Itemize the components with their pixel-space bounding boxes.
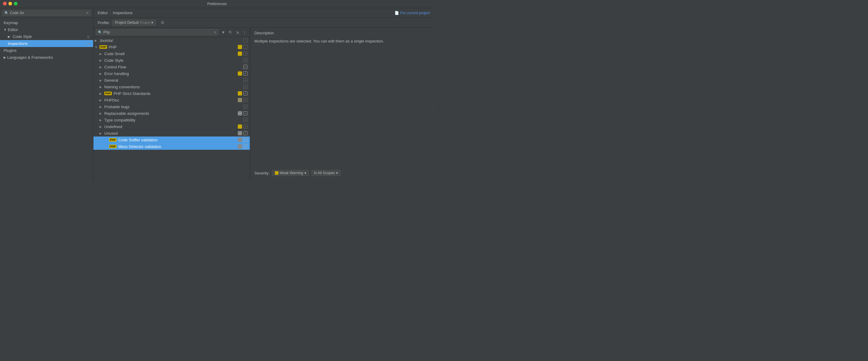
- checkbox-checked[interactable]: ✓: [243, 144, 247, 149]
- checkbox-checked[interactable]: ✓: [243, 91, 247, 96]
- checkbox-checked[interactable]: ✓: [243, 111, 247, 116]
- sidebar-item-editor[interactable]: ▼ Editor: [0, 26, 93, 33]
- sidebar-search-input[interactable]: [10, 11, 86, 15]
- profile-dropdown[interactable]: Project Default Project ▾: [112, 20, 156, 26]
- inspections-search-clear-icon[interactable]: ✕: [214, 30, 216, 34]
- gear-icon[interactable]: ⚙: [161, 20, 164, 25]
- breadcrumb-editor: Editor: [98, 10, 108, 15]
- checkbox-mixed[interactable]: −: [243, 118, 247, 122]
- panel-resize-handle[interactable]: · · ·: [431, 104, 434, 108]
- checkbox-checked[interactable]: ✓: [243, 65, 247, 69]
- severity-dropdown[interactable]: Weak Warning ▾: [272, 170, 309, 176]
- severity-color-box: [238, 52, 242, 56]
- tree-item[interactable]: ▶Code Style−: [93, 57, 250, 64]
- tree-item[interactable]: ▶Joomla!: [93, 37, 250, 44]
- tree-item[interactable]: ▶Probable bugs−: [93, 103, 250, 110]
- tree-item[interactable]: ▶PHPPHP Strict Standards✓: [93, 90, 250, 97]
- checkbox-mixed[interactable]: −: [243, 85, 247, 89]
- title-bar: Preferences: [0, 0, 434, 8]
- severity-bar: Severity: Weak Warning ▾ In All Scopes ▾: [254, 170, 341, 176]
- sidebar-item-plugins[interactable]: Plugins: [0, 47, 93, 54]
- checkbox-mixed[interactable]: −: [243, 105, 247, 109]
- profile-value: Project Default: [115, 21, 138, 25]
- search-icon: 🔍: [98, 30, 102, 34]
- sidebar-item-label: Languages & Frameworks: [7, 55, 53, 60]
- sidebar-item-label: Code Style: [13, 34, 32, 39]
- sidebar-item-label: Keymap: [4, 21, 18, 25]
- chevron-down-icon: ▾: [151, 21, 153, 25]
- checkbox-mixed[interactable]: −: [243, 52, 247, 56]
- severity-color-box: [275, 171, 278, 175]
- checkbox-checked[interactable]: ✓: [243, 138, 247, 142]
- sidebar-search-area: 🔍 ✕: [0, 8, 93, 18]
- profile-tag: Project: [140, 21, 150, 24]
- tree-item[interactable]: ▶Unused✓: [93, 130, 250, 136]
- filter-icon[interactable]: ▼: [220, 30, 226, 35]
- tree-item[interactable]: ▶Replaceable assignments✓: [93, 110, 250, 117]
- window-title: Preferences: [207, 2, 227, 6]
- minimize-button[interactable]: [8, 2, 12, 5]
- php-badge: PHP: [109, 138, 117, 142]
- scope-dropdown[interactable]: In All Scopes ▾: [311, 170, 341, 176]
- sidebar-search-box[interactable]: 🔍 ✕: [2, 10, 91, 16]
- tree-item[interactable]: ▶Code Smell−: [93, 50, 250, 57]
- item-label: Code Smell: [104, 52, 237, 56]
- php-badge: PHP: [109, 145, 117, 148]
- sidebar-item-inspections[interactable]: Inspections ⎘: [0, 40, 93, 47]
- checkbox-unchecked[interactable]: [243, 45, 247, 49]
- expand-arrow: ▶: [99, 125, 103, 128]
- expand-arrow: ▶: [99, 85, 103, 89]
- checkbox-mixed[interactable]: −: [243, 78, 247, 82]
- more-options-icon[interactable]: ⋮: [242, 30, 247, 35]
- tree-item[interactable]: ▶Type compatibility−: [93, 117, 250, 123]
- sidebar-item-label: Editor: [8, 27, 18, 32]
- tree-item[interactable]: PHPMess Detector validation✓: [93, 143, 250, 150]
- expand-arrow: ▶: [99, 92, 103, 95]
- maximize-button[interactable]: [14, 2, 18, 5]
- checkbox-mixed[interactable]: −: [243, 58, 247, 62]
- tree-item[interactable]: ▶Undefined−: [93, 123, 250, 130]
- sidebar-item-keymap[interactable]: Keymap: [0, 19, 93, 26]
- item-label: Error handling: [104, 71, 237, 76]
- inspections-search-input[interactable]: [103, 30, 214, 34]
- checkbox-checked[interactable]: ✓: [243, 71, 247, 76]
- checkbox-mixed[interactable]: −: [243, 125, 247, 129]
- copy-icon[interactable]: ⎘: [87, 42, 90, 45]
- tree-item[interactable]: ▶Control Flow✓: [93, 64, 250, 70]
- breadcrumb: Editor › Inspections: [98, 10, 133, 15]
- expand-all-icon[interactable]: ⇱: [228, 30, 233, 35]
- sidebar-search-clear-icon[interactable]: ✕: [86, 11, 89, 15]
- close-button[interactable]: [3, 2, 7, 5]
- copy-icon[interactable]: ⎘: [87, 35, 90, 39]
- description-title: Description: [254, 31, 430, 35]
- sidebar-item-label: Plugins: [4, 48, 17, 53]
- item-label: PHP: [109, 45, 237, 50]
- tree-item[interactable]: ▶Naming conventions−: [93, 84, 250, 90]
- tree-item[interactable]: ▶PHPDoc−: [93, 97, 250, 103]
- severity-color-box: [238, 125, 242, 129]
- collapse-all-icon[interactable]: ⇲: [235, 30, 240, 35]
- item-label: Type compatibility: [104, 118, 237, 122]
- tree-item[interactable]: ▶General−: [93, 77, 250, 84]
- sidebar: 🔍 ✕ Keymap ▼ Editor ▶ Code Style ⎘: [0, 8, 93, 180]
- sidebar-item-languages[interactable]: ▶ Languages & Frameworks: [0, 54, 93, 61]
- tree-item[interactable]: PHPCode Sniffer validation✓: [93, 136, 250, 143]
- tree-item[interactable]: ▼PHPPHP: [93, 44, 250, 50]
- checkbox-unchecked[interactable]: [243, 38, 247, 42]
- traffic-lights: [3, 2, 18, 5]
- severity-color-box: [238, 144, 242, 149]
- severity-color-box: [238, 131, 242, 135]
- inspections-search-box[interactable]: 🔍 ✕: [96, 29, 218, 35]
- expand-arrow: ▶: [95, 39, 98, 42]
- expand-arrow: ▶: [99, 132, 103, 135]
- expand-arrow: ▶: [4, 56, 6, 59]
- for-project-link[interactable]: 📄 For current project: [395, 11, 430, 15]
- tree-item[interactable]: ▶Error handling✓: [93, 70, 250, 77]
- chevron-down-icon: ▾: [304, 171, 306, 175]
- checkbox-checked[interactable]: ✓: [243, 131, 247, 135]
- sidebar-item-code-style[interactable]: ▶ Code Style ⎘: [0, 33, 93, 40]
- checkbox-mixed[interactable]: −: [243, 98, 247, 102]
- nav-item-actions: ⎘: [87, 42, 90, 45]
- item-label: PHPDoc: [104, 98, 237, 102]
- for-project-text: For current project: [400, 11, 430, 15]
